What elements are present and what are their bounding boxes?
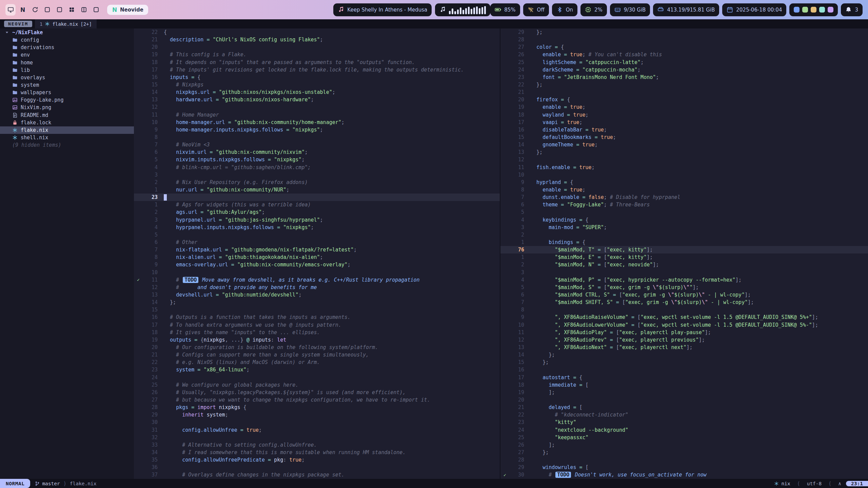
- code-line[interactable]: 9 emacs-overlay.url = "github:nix-commun…: [134, 261, 500, 268]
- code-line[interactable]: 21: [500, 88, 868, 96]
- code-line[interactable]: 22 };: [500, 81, 868, 88]
- code-line[interactable]: 25 "keepassxc": [500, 434, 868, 441]
- tree-item-system[interactable]: system: [0, 81, 134, 89]
- code-line[interactable]: 29 };: [500, 28, 868, 36]
- code-line[interactable]: 28: [500, 36, 868, 43]
- code-line[interactable]: 19 outputs = {nixpkgs, ...} @ inputs: le…: [134, 336, 500, 344]
- code-line[interactable]: 29 inherit system;: [134, 411, 500, 419]
- code-line[interactable]: 13 ", XF86AudioNext" = ["exec, playerctl…: [500, 344, 868, 351]
- code-line[interactable]: 15: [134, 306, 500, 313]
- code-line[interactable]: 27 # but because we want to change the n…: [134, 396, 500, 404]
- tree-item-home[interactable]: home: [0, 59, 134, 66]
- code-line[interactable]: 23 font = "JetBrainsMono Nerd Font Mono"…: [500, 74, 868, 81]
- code-line[interactable]: 18 # It depends on "inputs" that are pas…: [134, 59, 500, 66]
- code-line[interactable]: 16 # Outputs is a function that takes th…: [134, 313, 500, 321]
- code-line[interactable]: 5 nixvim.inputs.nixpkgs.follows = "nixpk…: [134, 156, 500, 163]
- code-line[interactable]: 14 gnomeTheme = true;: [500, 141, 868, 148]
- code-line[interactable]: 20: [134, 43, 500, 51]
- code-line[interactable]: 2 # Nix User Repository (e.g. Firefox ad…: [134, 179, 500, 186]
- code-line[interactable]: 18 # It gives the name "inputs" to the .…: [134, 329, 500, 336]
- code-line[interactable]: 2 ags.url = "github:Aylur/ags";: [134, 208, 500, 216]
- code-line[interactable]: 26 # Usually, "nixpkgs.legacyPackages.${…: [134, 389, 500, 396]
- code-line[interactable]: 4 keybindings = {: [500, 216, 868, 224]
- workspace-7[interactable]: [79, 4, 89, 16]
- code-line[interactable]: 23: [134, 194, 500, 201]
- code-line[interactable]: 28 pkgs = import nixpkgs {: [134, 404, 500, 411]
- workspace-8[interactable]: [91, 4, 101, 16]
- code-line[interactable]: 1 nur.url = "github:nix-community/NUR";: [134, 186, 500, 194]
- code-line[interactable]: 14 };: [134, 299, 500, 306]
- code-line[interactable]: 35 config.allowUnfreePredicate = pkg: tr…: [134, 456, 500, 464]
- bluetooth-chip[interactable]: On: [552, 3, 577, 16]
- code-line[interactable]: 36: [134, 464, 500, 471]
- code-line[interactable]: 22 # "kdeconnect-indicator": [500, 411, 868, 419]
- code-line[interactable]: ✓30 # TODO Doesn't work, use focus_on_ac…: [500, 471, 868, 479]
- code-line[interactable]: 9 ", XF86AudioRaiseVolume" = ["exec, wpc…: [500, 313, 868, 321]
- code-line[interactable]: 17 vaapi = true;: [500, 119, 868, 126]
- disk-chip[interactable]: 413.19/915.81 GiB: [653, 3, 719, 16]
- code-line[interactable]: 12 ", XF86AudioPrev" = ["exec, playerctl…: [500, 336, 868, 344]
- code-line[interactable]: 76 "$mainMod, T" = ["exec, kitty"];: [500, 246, 868, 253]
- audio-visualizer[interactable]: [435, 3, 490, 16]
- tree-item-env[interactable]: env: [0, 51, 134, 59]
- code-line[interactable]: 8 enable = true;: [500, 186, 868, 194]
- code-line[interactable]: 10 ", XF86AudioLowerVolume" = ["exec, wp…: [500, 321, 868, 328]
- code-line[interactable]: 21 # Configs can support more than a sin…: [134, 351, 500, 359]
- battery-chip[interactable]: 85%: [490, 3, 520, 16]
- code-line[interactable]: 6 "$mainMod CTRL, S" = ["exec, grim -g \…: [500, 291, 868, 299]
- tree-item-flake.lock[interactable]: flake.lock: [0, 119, 134, 126]
- code-line[interactable]: 28: [500, 456, 868, 464]
- code-line[interactable]: 9 home-manager.inputs.nixpkgs.follows = …: [134, 126, 500, 134]
- tray-5-icon[interactable]: [828, 7, 833, 13]
- code-line[interactable]: 24: [134, 373, 500, 381]
- tray-2-icon[interactable]: [802, 7, 808, 13]
- code-line[interactable]: 12: [500, 156, 868, 163]
- code-line[interactable]: 31 config.allowUnfree = true;: [134, 426, 500, 433]
- code-line[interactable]: 13 hardware.url = "github:nixos/nixos-ha…: [134, 96, 500, 103]
- memory-chip[interactable]: 9/30 GiB: [610, 3, 650, 16]
- code-line[interactable]: 12: [134, 103, 500, 111]
- code-line[interactable]: 4 hyprpanel.inputs.nixpkgs.follows = "ni…: [134, 224, 500, 231]
- code-line[interactable]: 10: [134, 269, 500, 276]
- code-line[interactable]: 4 "$mainMod, P" = ["exec, hyprpicker --a…: [500, 276, 868, 284]
- code-line[interactable]: 2 "$mainMod, N" = ["exec, neovide"];: [500, 261, 868, 268]
- code-line[interactable]: 15 defaultBookmarks = true;: [500, 134, 868, 141]
- code-line[interactable]: 19 enable = true;: [500, 103, 868, 111]
- music-widget[interactable]: Keep Shelly In Athens - Medusa: [333, 3, 432, 16]
- tab-flake-nix[interactable]: 1 flake.nix [2+]: [35, 19, 97, 28]
- code-line[interactable]: 29 windowrules = [: [500, 464, 868, 471]
- code-line[interactable]: 16: [500, 366, 868, 373]
- code-line[interactable]: 17 # The inputs' git revisions get locke…: [134, 66, 500, 74]
- code-line[interactable]: 7 dunst.enable = false; # Disable for hy…: [500, 194, 868, 201]
- code-line[interactable]: ✓11 # TODO Move away from devshell, as i…: [134, 276, 500, 284]
- code-line[interactable]: 16 inputs = {: [134, 74, 500, 81]
- code-line[interactable]: 37 # Overlays define changes in the nixp…: [134, 471, 500, 479]
- code-line[interactable]: 22{: [134, 28, 500, 36]
- code-line[interactable]: 6 nixvim.url = "github:nix-community/nix…: [134, 148, 500, 156]
- code-line[interactable]: 5: [500, 208, 868, 216]
- code-line[interactable]: 1 "$mainMod, E" = ["exec, kitty"];: [500, 253, 868, 261]
- workspace-5[interactable]: [54, 4, 64, 16]
- workspace-2[interactable]: N: [18, 4, 28, 16]
- tray-4-icon[interactable]: [819, 7, 825, 13]
- code-line[interactable]: 26 ];: [500, 441, 868, 449]
- code-line[interactable]: 6 # Other: [134, 239, 500, 246]
- active-window-chip[interactable]: N Neovide: [107, 5, 148, 15]
- code-line[interactable]: 9 hyprland = {: [500, 179, 868, 186]
- code-line[interactable]: 32: [134, 434, 500, 441]
- code-line[interactable]: 25 lightScheme = "catppuccin-latte";: [500, 59, 868, 66]
- system-tray[interactable]: [789, 3, 838, 16]
- tree-item-lib[interactable]: lib: [0, 66, 134, 74]
- tree-item-wallpapers[interactable]: wallpapers: [0, 89, 134, 96]
- tray-1-icon[interactable]: [794, 7, 800, 13]
- code-line[interactable]: 7 "$mainMod SHIFT, S" = ["exec, grim -g …: [500, 299, 868, 306]
- code-line[interactable]: 17 autostart = {: [500, 373, 868, 381]
- code-line[interactable]: 25 # We configure our global packages he…: [134, 381, 500, 389]
- code-line[interactable]: 17 # To handle extra arguments we use th…: [134, 321, 500, 328]
- workspace-6[interactable]: [66, 4, 77, 16]
- tree-item-~/nixflake[interactable]: ~/NixFlake: [0, 29, 134, 36]
- workspace-3[interactable]: [30, 4, 40, 16]
- network-chip[interactable]: Off: [523, 3, 549, 16]
- tree-item-shell.nix[interactable]: shell.nix: [0, 134, 134, 141]
- code-line[interactable]: 34 # I read somewhere that this is more …: [134, 449, 500, 456]
